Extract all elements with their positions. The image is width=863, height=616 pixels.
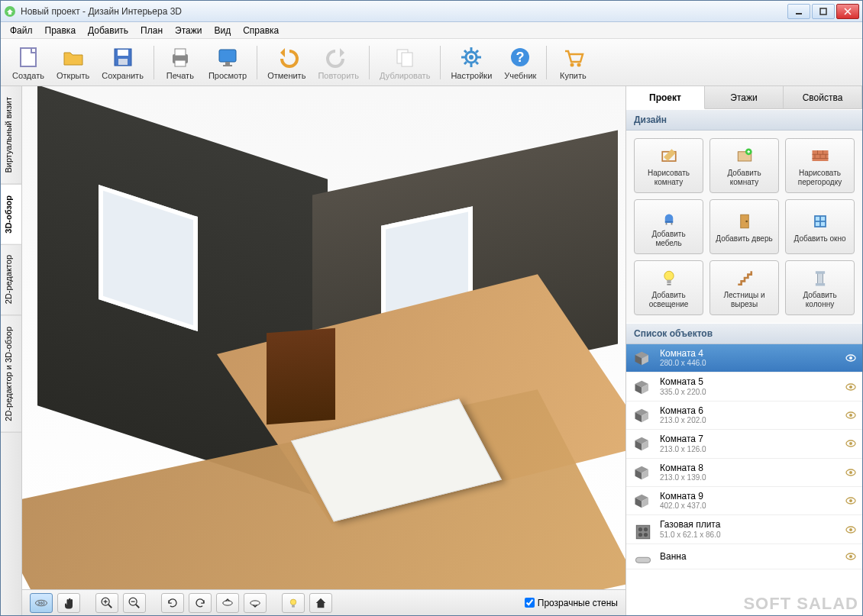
visibility-eye-icon[interactable]	[845, 497, 856, 505]
object-list-item[interactable]: Ванна	[626, 544, 862, 569]
visibility-eye-icon[interactable]	[845, 553, 856, 560]
object-list-item[interactable]: Комната 4 280.0 x 446.0	[626, 344, 862, 373]
toolbar-cart-button[interactable]: Купить	[551, 43, 594, 82]
view-tab[interactable]: 2D-редактор и 3D-обзор	[1, 316, 21, 433]
toolbar-undo-button[interactable]: Отменить	[262, 43, 311, 82]
gear-icon	[459, 45, 483, 69]
view-360-button[interactable]: 360	[30, 593, 53, 613]
view-zoom-out-button[interactable]	[123, 593, 146, 613]
design-draw-room-button[interactable]: Нарисовать комнату	[634, 138, 703, 193]
panel-tab-Этажи[interactable]: Этажи	[705, 86, 784, 109]
menu-Вид[interactable]: Вид	[208, 24, 237, 37]
svg-rect-2	[820, 8, 826, 15]
visibility-eye-icon[interactable]	[845, 469, 856, 476]
visibility-eye-icon[interactable]	[845, 526, 856, 534]
toolbar-label: Печать	[166, 71, 194, 80]
design-door-button[interactable]: Добавить дверь	[709, 199, 779, 254]
design-chair-button[interactable]: Добавить мебель	[634, 199, 703, 254]
monitor-icon	[215, 45, 240, 69]
design-wall-button[interactable]: Нарисовать перегородку	[785, 138, 855, 193]
design-window-button[interactable]: Добавить окно	[785, 199, 855, 254]
toolbar-separator	[257, 46, 257, 79]
view-hand-button[interactable]	[57, 593, 80, 613]
object-list-item[interactable]: Комната 7 213.0 x 126.0	[626, 430, 862, 458]
view-tilt-down-button[interactable]	[244, 593, 267, 613]
menu-Правка[interactable]: Правка	[39, 24, 82, 37]
svg-point-38	[223, 600, 233, 605]
object-list: Комната 4 280.0 x 446.0 Комната 5 335.0 …	[626, 344, 862, 615]
svg-text:360: 360	[37, 600, 44, 605]
object-list-item[interactable]: Газовая плита 51.0 x 62.1 x 86.0	[626, 515, 862, 543]
menu-Справка[interactable]: Справка	[237, 24, 285, 37]
visibility-eye-icon[interactable]	[845, 354, 856, 362]
toolbar-folder-button[interactable]: Открыть	[51, 43, 95, 82]
view-tab[interactable]: 3D-обзор	[1, 185, 21, 245]
transparent-walls-checkbox[interactable]: Прозрачные стены	[525, 598, 618, 608]
design-add-room-button[interactable]: Добавить комнату	[709, 138, 779, 193]
view-tilt-up-button[interactable]	[216, 593, 239, 613]
svg-line-23	[476, 50, 478, 53]
visibility-eye-icon[interactable]	[845, 411, 856, 419]
menu-План[interactable]: План	[134, 24, 169, 37]
object-name: Комната 9	[660, 491, 839, 502]
object-list-item[interactable]: Комната 5 335.0 x 220.0	[626, 373, 862, 401]
view-light-button[interactable]	[282, 593, 305, 613]
content-area: 2D-редактор и 3D-обзор2D-редактор3D-обзо…	[1, 86, 862, 615]
svg-rect-66	[815, 283, 824, 286]
view-tab[interactable]: 2D-редактор	[1, 244, 21, 315]
360-icon: 360	[34, 595, 49, 611]
view-tab[interactable]: Виртуальный визит	[1, 86, 21, 185]
toolbar-save-button[interactable]: Сохранить	[96, 43, 149, 82]
toolbar-label: Создать	[12, 71, 44, 80]
object-list-item[interactable]: Комната 9 402.0 x 437.0	[626, 487, 862, 515]
toolbar-separator	[546, 46, 547, 79]
design-button-label: Нарисовать комнату	[638, 169, 700, 186]
svg-point-74	[849, 442, 852, 445]
svg-rect-14	[402, 53, 412, 66]
svg-line-32	[108, 604, 112, 607]
close-button[interactable]	[836, 4, 859, 19]
menu-Файл[interactable]: Файл	[4, 24, 39, 37]
panel-tab-Проект[interactable]: Проект	[626, 86, 705, 109]
toolbar-file-button[interactable]: Создать	[7, 43, 50, 82]
toolbar-help-button[interactable]: ?Учебник	[499, 43, 541, 82]
home-icon	[313, 595, 328, 611]
checkbox-input[interactable]	[525, 598, 535, 608]
design-bulb-button[interactable]: Добавить освещение	[634, 260, 703, 315]
toolbar-monitor-button[interactable]: Просмотр	[203, 43, 252, 82]
toolbar-gear-button[interactable]: Настройки	[445, 43, 497, 82]
object-list-item[interactable]: Комната 6 213.0 x 202.0	[626, 402, 862, 430]
view-home-button[interactable]	[309, 593, 332, 613]
object-name: Ванна	[660, 551, 839, 562]
view-mode-tabs: 2D-редактор и 3D-обзор2D-редактор3D-обзо…	[1, 86, 22, 615]
design-column-button[interactable]: Добавить колонну	[785, 260, 855, 315]
object-list-item[interactable]: Комната 8 213.0 x 139.0	[626, 459, 862, 487]
help-icon: ?	[508, 45, 532, 69]
visibility-eye-icon[interactable]	[845, 440, 856, 447]
view-rotate-cw-button[interactable]	[161, 593, 184, 613]
design-stairs-button[interactable]: Лестницы и вырезы	[709, 260, 779, 315]
svg-rect-65	[815, 271, 824, 274]
watermark: SOFT SALAD	[743, 596, 858, 611]
wall-icon	[810, 145, 831, 166]
maximize-button[interactable]	[812, 4, 835, 19]
main-toolbar: СоздатьОткрытьСохранитьПечатьПросмотрОтм…	[1, 39, 862, 86]
object-dimensions: 280.0 x 446.0	[660, 359, 839, 368]
view-rotate-ccw-button[interactable]	[189, 593, 212, 613]
3d-viewport[interactable]	[22, 86, 625, 589]
viewport-panel: 360 Прозрачные стены	[22, 86, 625, 615]
svg-point-68	[849, 356, 852, 360]
object-name: Комната 4	[660, 348, 839, 359]
redo-icon	[326, 45, 351, 69]
box-icon	[632, 464, 654, 481]
minimize-button[interactable]	[787, 4, 810, 19]
svg-text:?: ?	[516, 50, 525, 65]
toolbar-print-button[interactable]: Печать	[159, 43, 202, 82]
toolbar-label: Учебник	[504, 71, 536, 80]
menu-Добавить[interactable]: Добавить	[82, 24, 134, 37]
view-zoom-in-button[interactable]	[95, 593, 118, 613]
visibility-eye-icon[interactable]	[845, 383, 856, 391]
menu-Этажи[interactable]: Этажи	[169, 24, 208, 37]
panel-tab-Свойства[interactable]: Свойства	[784, 86, 862, 109]
toolbar-label: Отменить	[267, 71, 305, 80]
